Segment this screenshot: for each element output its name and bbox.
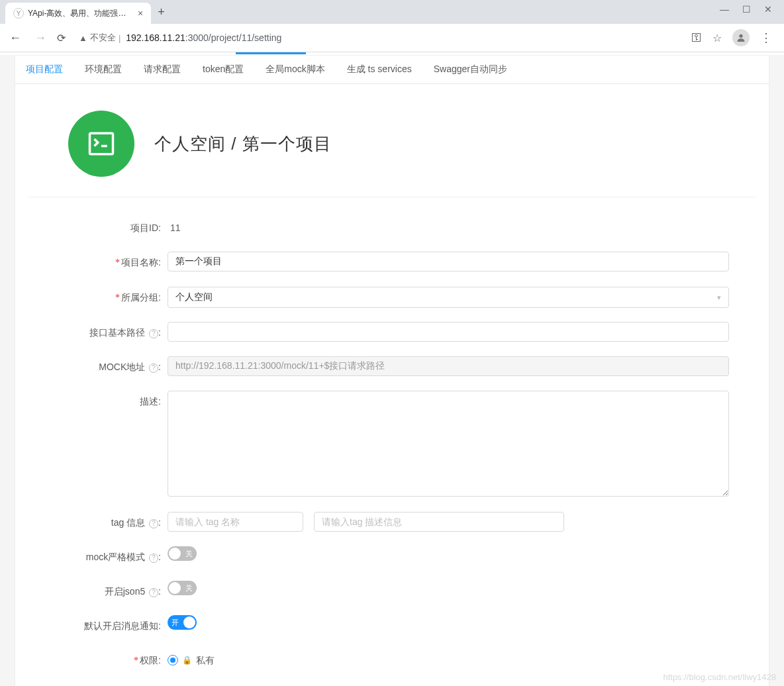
row-permission: *权限: 🔒 私有 (55, 650, 729, 671)
switch-json5[interactable]: 关 开 (168, 581, 197, 595)
row-mockurl: MOCK地址 ?: (55, 356, 729, 377)
top-nav-indicator (0, 52, 784, 55)
row-mock-strict: mock严格模式 ?: 关 开 (55, 546, 729, 567)
svg-rect-1 (90, 133, 113, 154)
switch-mock-strict[interactable]: 关 开 (168, 546, 197, 561)
page-body: 项目配置 环境配置 请求配置 token配置 全局mock脚本 生成 ts se… (0, 55, 784, 686)
row-tag: tag 信息 ?: (55, 512, 729, 533)
row-desc: 描述: (55, 391, 729, 499)
help-icon[interactable]: ? (149, 588, 158, 597)
label-project-name: *项目名称: (55, 252, 168, 273)
lock-icon: 🔒 (182, 650, 192, 671)
help-icon[interactable]: ? (149, 329, 158, 338)
switch-knob (169, 582, 181, 594)
key-icon[interactable]: ⚿ (691, 32, 702, 44)
close-window-button[interactable]: ✕ (764, 4, 772, 15)
window-controls: — ☐ ✕ (708, 4, 784, 15)
input-tag-desc[interactable] (314, 512, 564, 532)
svg-point-0 (739, 34, 742, 38)
terminal-icon (87, 130, 115, 158)
maximize-button[interactable]: ☐ (742, 4, 751, 15)
value-project-id: 11 (168, 217, 729, 238)
row-project-name: *项目名称: (55, 252, 729, 273)
menu-button[interactable]: ⋮ (760, 30, 772, 45)
row-json5: 开启json5 ?: 关 开 (55, 581, 729, 602)
label-notify: 默认开启消息通知: (55, 615, 168, 636)
radio-private[interactable] (168, 655, 178, 665)
switch-notify[interactable]: 关 开 (168, 615, 197, 630)
tab-global-mock[interactable]: 全局mock脚本 (255, 56, 336, 83)
profile-avatar[interactable] (732, 29, 750, 46)
back-button[interactable]: ← (7, 28, 24, 48)
browser-chrome: Y YApi-高效、易用、功能强大的可 × + — ☐ ✕ ← → ⟳ ▲ 不安… (0, 0, 784, 52)
tab-request-config[interactable]: 请求配置 (133, 56, 192, 83)
tab-title: YApi-高效、易用、功能强大的可 (28, 8, 134, 19)
tab-favicon: Y (13, 8, 24, 19)
label-project-id: 项目ID: (55, 217, 168, 238)
reload-button[interactable]: ⟳ (57, 32, 66, 44)
input-tag-name[interactable] (168, 512, 303, 532)
row-basepath: 接口基本路径 ?: (55, 322, 729, 343)
settings-card: 项目配置 环境配置 请求配置 token配置 全局mock脚本 生成 ts se… (15, 55, 769, 686)
help-icon[interactable]: ? (149, 554, 158, 563)
row-notify: 默认开启消息通知: 关 开 (55, 615, 729, 636)
label-mockurl: MOCK地址 ?: (55, 356, 168, 377)
row-group: *所属分组: 个人空间 ▾ (55, 287, 729, 309)
switch-knob (169, 548, 181, 560)
warning-icon: ▲ (79, 33, 87, 43)
label-basepath: 接口基本路径 ?: (55, 322, 168, 343)
browser-toolbar: ← → ⟳ ▲ 不安全 | 192.168.11.21:3000/project… (0, 24, 784, 52)
project-header: 个人空间 / 第一个项目 (28, 84, 756, 197)
new-tab-button[interactable]: + (151, 5, 172, 19)
breadcrumb: 个人空间 / 第一个项目 (154, 132, 332, 156)
tab-env-config[interactable]: 环境配置 (74, 56, 133, 83)
project-logo (68, 111, 134, 177)
tab-token-config[interactable]: token配置 (192, 56, 255, 83)
settings-form: 项目ID: 11 *项目名称: *所属分组: 个人空间 ▾ (15, 197, 769, 686)
input-project-name[interactable] (168, 252, 729, 271)
tab-ts-services[interactable]: 生成 ts services (336, 56, 423, 83)
label-desc: 描述: (55, 391, 168, 412)
label-mock-strict: mock严格模式 ?: (55, 546, 168, 567)
browser-tab[interactable]: Y YApi-高效、易用、功能强大的可 × (5, 3, 151, 24)
label-permission: *权限: (55, 650, 168, 671)
forward-button[interactable]: → (32, 28, 49, 48)
address-bar[interactable]: ▲ 不安全 | 192.168.11.21:3000/project/11/se… (74, 32, 683, 44)
toolbar-right: ⚿ ☆ ⋮ (691, 29, 777, 46)
tab-swagger-sync[interactable]: Swagger自动同步 (423, 56, 518, 83)
settings-tabs: 项目配置 环境配置 请求配置 token配置 全局mock脚本 生成 ts se… (15, 56, 769, 84)
person-icon (736, 32, 746, 43)
help-icon[interactable]: ? (149, 519, 158, 528)
url-text: 192.168.11.21:3000/project/11/setting (126, 32, 281, 43)
textarea-desc[interactable] (168, 391, 729, 497)
minimize-button[interactable]: — (720, 4, 729, 15)
select-group[interactable]: 个人空间 ▾ (168, 287, 729, 308)
tab-project-config[interactable]: 项目配置 (15, 56, 74, 83)
not-secure-indicator[interactable]: ▲ 不安全 | (79, 32, 121, 44)
not-secure-label: 不安全 (90, 32, 116, 44)
help-icon[interactable]: ? (149, 364, 158, 373)
label-tag: tag 信息 ?: (55, 512, 168, 533)
select-group-value: 个人空间 (175, 291, 213, 303)
input-basepath[interactable] (168, 322, 729, 342)
label-json5: 开启json5 ?: (55, 581, 168, 602)
input-mockurl (168, 356, 729, 376)
label-group: *所属分组: (55, 287, 168, 309)
browser-tab-bar: Y YApi-高效、易用、功能强大的可 × + — ☐ ✕ (0, 0, 784, 24)
radio-private-label: 私有 (196, 650, 215, 671)
close-icon[interactable]: × (138, 8, 143, 19)
switch-knob (183, 616, 195, 628)
star-icon[interactable]: ☆ (712, 32, 722, 44)
row-project-id: 项目ID: 11 (55, 217, 729, 238)
chevron-down-icon: ▾ (717, 293, 721, 302)
watermark: https://blog.csdn.net/llwy1428 (663, 672, 776, 682)
